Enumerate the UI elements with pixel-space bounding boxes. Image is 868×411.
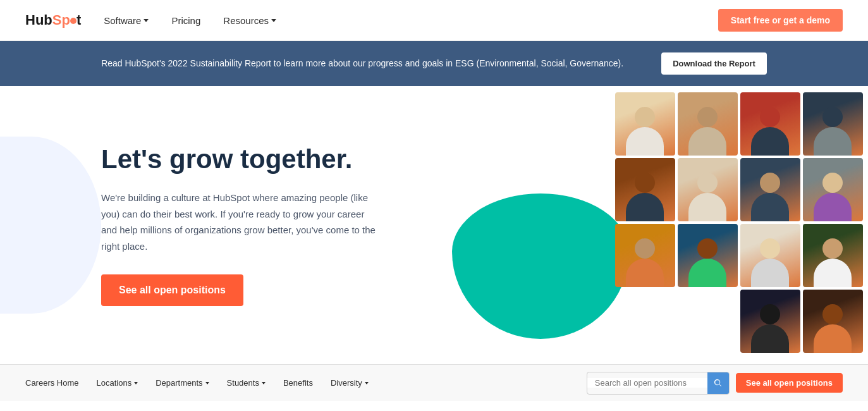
navbar-left: HubSpt Software Pricing Resources xyxy=(25,12,276,28)
person-avatar xyxy=(615,92,675,156)
nav-resources[interactable]: Resources xyxy=(223,15,276,26)
photo-cell xyxy=(615,224,675,287)
photo-cell xyxy=(678,92,738,156)
photo-cell xyxy=(803,290,863,353)
person-avatar xyxy=(803,290,863,353)
nav-locations[interactable]: Locations xyxy=(97,378,138,388)
sustainability-banner: Read HubSpot's 2022 Sustainability Repor… xyxy=(0,41,868,86)
hero-title: Let's grow together. xyxy=(101,144,439,175)
photo-cell xyxy=(740,224,800,287)
person-avatar xyxy=(615,158,675,221)
search-icon xyxy=(714,379,723,388)
person-avatar xyxy=(615,224,675,287)
navbar: HubSpt Software Pricing Resources Start … xyxy=(0,0,868,41)
person-avatar xyxy=(740,158,800,221)
person-avatar xyxy=(740,224,800,287)
chevron-down-icon xyxy=(144,19,149,22)
teal-blob-decoration xyxy=(452,193,629,339)
nav-diversity[interactable]: Diversity xyxy=(331,378,369,388)
chevron-down-icon xyxy=(205,382,209,384)
photo-cell xyxy=(803,224,863,287)
photo-cell xyxy=(678,158,738,221)
search-box xyxy=(587,372,730,395)
person-avatar xyxy=(678,158,738,221)
nav-pricing[interactable]: Pricing xyxy=(171,15,200,26)
hero-description: We're building a culture at HubSpot wher… xyxy=(101,190,379,254)
person-avatar xyxy=(803,158,863,221)
chevron-down-icon xyxy=(134,382,138,384)
nav-benefits[interactable]: Benefits xyxy=(283,378,313,388)
chevron-down-icon xyxy=(262,382,266,384)
footer-search-area: See all open positions xyxy=(587,372,843,395)
careers-footer-nav: Careers Home Locations Departments Stude… xyxy=(0,364,868,401)
photo-cell xyxy=(615,92,675,156)
photo-cell xyxy=(740,158,800,221)
person-avatar xyxy=(803,224,863,287)
search-open-positions-input[interactable] xyxy=(587,378,707,388)
hero-content: Let's grow together. We're building a cu… xyxy=(0,106,477,344)
hubspot-logo[interactable]: HubSpt xyxy=(25,12,81,28)
nav-students[interactable]: Students xyxy=(227,378,266,388)
hero-photo-area xyxy=(477,92,868,358)
photo-cell xyxy=(740,92,800,156)
see-all-positions-button[interactable]: See all open positions xyxy=(101,274,243,306)
people-photo-grid xyxy=(615,92,868,358)
download-report-button[interactable]: Download the Report xyxy=(661,52,767,75)
person-avatar xyxy=(803,92,863,156)
photo-cell xyxy=(803,158,863,221)
footer-nav-links: Careers Home Locations Departments Stude… xyxy=(25,378,369,388)
start-free-button[interactable]: Start free or get a demo xyxy=(718,9,843,32)
photo-cell xyxy=(678,224,738,287)
photo-cell xyxy=(803,92,863,156)
nav-careers-home[interactable]: Careers Home xyxy=(25,378,79,388)
person-avatar xyxy=(678,224,738,287)
banner-text: Read HubSpot's 2022 Sustainability Repor… xyxy=(101,57,623,70)
search-submit-button[interactable] xyxy=(707,372,729,395)
nav-software[interactable]: Software xyxy=(104,15,149,26)
chevron-down-icon xyxy=(365,382,369,384)
photo-cell xyxy=(740,290,800,353)
nav-departments[interactable]: Departments xyxy=(156,378,209,388)
person-avatar xyxy=(740,92,800,156)
hero-section: Let's grow together. We're building a cu… xyxy=(0,86,868,364)
person-avatar xyxy=(740,290,800,353)
chevron-down-icon xyxy=(271,19,276,22)
see-all-positions-footer-button[interactable]: See all open positions xyxy=(736,373,843,393)
person-avatar xyxy=(678,92,738,156)
photo-cell xyxy=(615,158,675,221)
